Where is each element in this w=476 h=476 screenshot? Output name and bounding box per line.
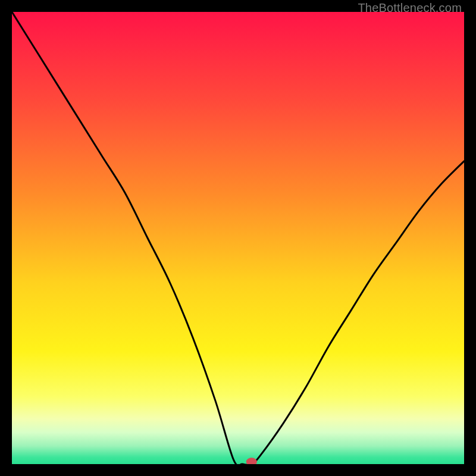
chart-background-gradient	[12, 12, 464, 464]
chart-frame	[12, 12, 464, 464]
bottleneck-chart	[12, 12, 464, 464]
watermark-text: TheBottleneck.com	[358, 1, 462, 15]
